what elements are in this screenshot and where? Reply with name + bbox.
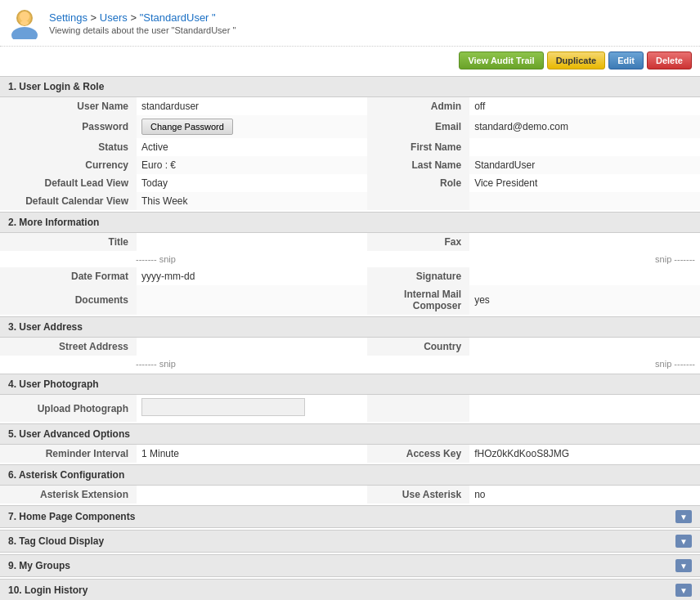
internal-mail-composer-value: yes xyxy=(469,285,700,315)
section-9-title: 9. My Groups xyxy=(8,560,70,571)
page-subtitle: Viewing details about the user "Standard… xyxy=(49,25,692,35)
user-name-label: User Name xyxy=(0,97,137,115)
file-input-area[interactable] xyxy=(141,398,305,416)
snip-right2: snip ------- xyxy=(415,356,700,372)
documents-value xyxy=(137,285,367,315)
title-value xyxy=(137,233,367,251)
section-7-title: 7. Home Page Components xyxy=(8,511,135,522)
section-3-header: 3. User Address xyxy=(0,316,700,338)
section-6-header: 6. Asterisk Configuration xyxy=(0,464,700,486)
section-4-header: 4. User Photograph xyxy=(0,374,700,395)
status-value: Active xyxy=(137,138,367,156)
snip-row-1: ------- snip snip ------- xyxy=(0,251,700,267)
table-row: Currency Euro : € Last Name StandardUser xyxy=(0,156,700,174)
section-1-header: 1. User Login & Role xyxy=(0,76,700,97)
section-8-header[interactable]: 8. Tag Cloud Display ▼ xyxy=(0,530,700,553)
settings-link[interactable]: Settings xyxy=(49,11,88,24)
email-label: Email xyxy=(367,115,469,138)
password-label: Password xyxy=(0,115,137,138)
section-4-table: Upload Photograph xyxy=(0,395,700,422)
asterisk-extension-label: Asterisk Extension xyxy=(0,486,137,504)
default-lead-view-label: Default Lead View xyxy=(0,174,137,192)
view-audit-trail-button[interactable]: View Audit Trail xyxy=(459,51,543,69)
street-address-label: Street Address xyxy=(0,338,137,356)
snip-indicator: ------- snip snip ------- xyxy=(0,251,700,267)
table-row: Reminder Interval 1 Minute Access Key fH… xyxy=(0,445,700,463)
role-value: Vice President xyxy=(469,174,700,192)
section-2-header: 2. More Information xyxy=(0,212,700,233)
svg-point-3 xyxy=(20,11,29,21)
currency-value: Euro : € xyxy=(137,156,367,174)
section-9-header[interactable]: 9. My Groups ▼ xyxy=(0,554,700,577)
section-4-title: 4. User Photograph xyxy=(8,378,99,390)
breadcrumb-sep1: > xyxy=(91,11,100,24)
table-row: Asterisk Extension Use Asterisk no xyxy=(0,486,700,504)
section-7-header[interactable]: 7. Home Page Components ▼ xyxy=(0,505,700,528)
section-3-title: 3. User Address xyxy=(8,321,83,333)
street-address-value xyxy=(137,338,367,356)
duplicate-button[interactable]: Duplicate xyxy=(547,51,606,69)
reminder-interval-label: Reminder Interval xyxy=(0,445,137,463)
default-calendar-view-label: Default Calendar View xyxy=(0,192,137,210)
currency-label: Currency xyxy=(0,156,137,174)
action-bar: View Audit Trail Duplicate Edit Delete xyxy=(0,47,700,74)
asterisk-extension-value xyxy=(137,486,367,504)
table-row: Status Active First Name xyxy=(0,138,700,156)
table-row: User Name standarduser Admin off xyxy=(0,97,700,115)
edit-button[interactable]: Edit xyxy=(608,51,644,69)
collapse-9-icon: ▼ xyxy=(675,559,692,572)
svg-point-4 xyxy=(20,20,29,25)
change-password-button[interactable]: Change Password xyxy=(141,119,233,135)
svg-point-2 xyxy=(11,27,38,39)
change-password-cell: Change Password xyxy=(137,115,367,138)
access-key-value: fHOz0kKdKooS8JMG xyxy=(469,445,700,463)
section-2b-table: Date Format yyyy-mm-dd Signature Documen… xyxy=(0,267,700,315)
table-row: Upload Photograph xyxy=(0,395,700,422)
last-name-label: Last Name xyxy=(367,156,469,174)
table-row: Date Format yyyy-mm-dd Signature xyxy=(0,267,700,285)
snip-indicator: ------- snip snip ------- xyxy=(0,356,700,372)
first-name-label: First Name xyxy=(367,138,469,156)
country-label: Country xyxy=(367,338,469,356)
collapse-8-icon: ▼ xyxy=(675,535,692,548)
section-2-title: 2. More Information xyxy=(8,217,99,228)
admin-value: off xyxy=(469,97,700,115)
access-key-label: Access Key xyxy=(367,445,469,463)
date-format-label: Date Format xyxy=(0,267,137,285)
section-8-title: 8. Tag Cloud Display xyxy=(8,535,104,547)
reminder-interval-value: 1 Minute xyxy=(137,445,367,463)
documents-label: Documents xyxy=(0,285,137,315)
section-1-table: User Name standarduser Admin off Passwor… xyxy=(0,97,700,210)
role-label: Role xyxy=(367,174,469,192)
breadcrumb: Settings > Users > "StandardUser " xyxy=(49,11,692,24)
table-row: Password Change Password Email standard@… xyxy=(0,115,700,138)
signature-value xyxy=(469,267,700,285)
section-2-table: Title Fax xyxy=(0,233,700,251)
table-row: Default Lead View Today Role Vice Presid… xyxy=(0,174,700,192)
section-6-title: 6. Asterisk Configuration xyxy=(8,469,124,481)
user-name-value: standarduser xyxy=(137,97,367,115)
admin-label: Admin xyxy=(367,97,469,115)
snip-left: ------- snip xyxy=(131,251,415,267)
user-avatar xyxy=(8,7,41,39)
fax-label: Fax xyxy=(367,233,469,251)
signature-label: Signature xyxy=(367,267,469,285)
section-6-table: Asterisk Extension Use Asterisk no xyxy=(0,486,700,504)
collapse-10-icon: ▼ xyxy=(675,584,692,597)
snip-row-2: ------- snip snip ------- xyxy=(0,356,700,372)
section-5-table: Reminder Interval 1 Minute Access Key fH… xyxy=(0,445,700,463)
use-asterisk-label: Use Asterisk xyxy=(367,486,469,504)
collapse-7-icon: ▼ xyxy=(675,510,692,523)
date-format-value: yyyy-mm-dd xyxy=(137,267,367,285)
users-link[interactable]: Users xyxy=(100,11,128,24)
snip-right: snip ------- xyxy=(415,251,700,267)
last-name-value: StandardUser xyxy=(469,156,700,174)
default-lead-view-value: Today xyxy=(137,174,367,192)
delete-button[interactable]: Delete xyxy=(647,51,692,69)
upload-photograph-label: Upload Photograph xyxy=(0,395,137,422)
use-asterisk-value: no xyxy=(469,486,700,504)
snip-left2: ------- snip xyxy=(131,356,415,372)
table-row: Default Calendar View This Week xyxy=(0,192,700,210)
fax-value xyxy=(469,233,700,251)
section-10-header[interactable]: 10. Login History ▼ xyxy=(0,579,700,600)
